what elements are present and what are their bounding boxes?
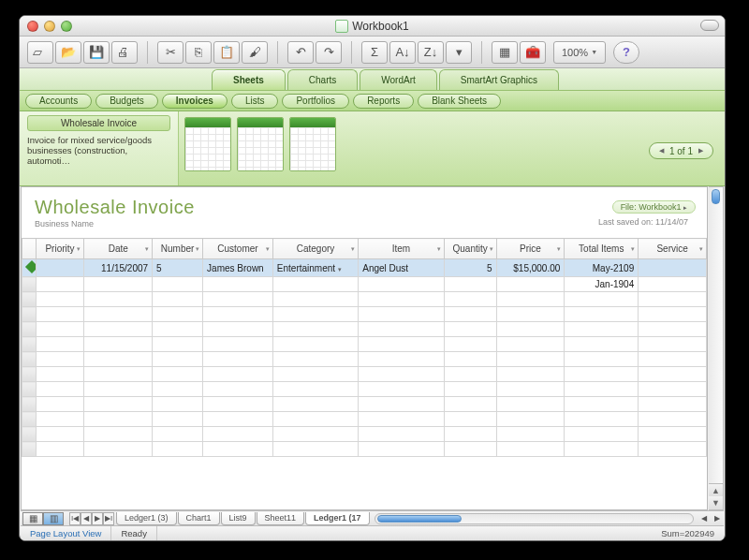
row-handle[interactable] bbox=[22, 307, 37, 322]
row-handle[interactable] bbox=[22, 382, 37, 397]
cell-category[interactable] bbox=[272, 442, 358, 457]
cell-category[interactable] bbox=[272, 322, 358, 337]
sheet-tab[interactable]: List9 bbox=[221, 512, 256, 525]
sort-asc-button[interactable]: A↓ bbox=[389, 41, 416, 64]
cell-price[interactable] bbox=[496, 427, 565, 442]
cell-priority[interactable] bbox=[36, 382, 84, 397]
cell-price[interactable] bbox=[496, 442, 565, 457]
subtab-accounts[interactable]: Accounts bbox=[25, 94, 92, 109]
col-priority[interactable]: Priority▾ bbox=[36, 239, 84, 259]
cell-item[interactable] bbox=[359, 277, 444, 292]
cell-service[interactable] bbox=[639, 337, 707, 352]
table-row[interactable]: 11/15/20075James BrownEntertainment ▾Ang… bbox=[22, 259, 707, 277]
copy-button[interactable]: ⎘ bbox=[185, 41, 212, 64]
col-number[interactable]: Number▾ bbox=[153, 239, 203, 259]
col-item[interactable]: Item▾ bbox=[359, 239, 444, 259]
cell-service[interactable] bbox=[639, 382, 707, 397]
cell-service[interactable] bbox=[639, 322, 707, 337]
cell-category[interactable] bbox=[272, 292, 358, 307]
scroll-up-button[interactable]: ▲ bbox=[709, 483, 723, 496]
scroll-down-button[interactable]: ▼ bbox=[709, 496, 723, 509]
cell-date[interactable] bbox=[84, 277, 153, 292]
cell-item[interactable] bbox=[359, 367, 444, 382]
cell-quantity[interactable] bbox=[444, 322, 496, 337]
close-button[interactable] bbox=[27, 21, 38, 32]
cell-service[interactable] bbox=[639, 412, 707, 427]
cell-customer[interactable] bbox=[203, 412, 273, 427]
ribbon-tab-smartart[interactable]: SmartArt Graphics bbox=[439, 69, 559, 90]
row-handle[interactable] bbox=[22, 292, 37, 307]
new-button[interactable]: ▱ bbox=[27, 41, 53, 64]
sheet-tab[interactable]: Sheet11 bbox=[257, 512, 305, 525]
sheet-tab[interactable]: Ledger1 (3) bbox=[116, 512, 177, 525]
undo-button[interactable]: ↶ bbox=[287, 41, 314, 64]
table-row[interactable]: Jan-1904 bbox=[22, 277, 707, 292]
cell-quantity[interactable] bbox=[444, 442, 496, 457]
cell-item[interactable]: Angel Dust bbox=[359, 259, 444, 277]
table-row[interactable] bbox=[22, 427, 707, 442]
col-customer[interactable]: Customer▾ bbox=[203, 239, 273, 259]
sheet-nav-last[interactable]: ▶I bbox=[103, 512, 114, 525]
cell-category[interactable] bbox=[272, 382, 358, 397]
col-quantity[interactable]: Quantity▾ bbox=[444, 239, 496, 259]
row-handle[interactable] bbox=[22, 427, 37, 442]
cell-item[interactable] bbox=[359, 322, 444, 337]
subtab-lists[interactable]: Lists bbox=[231, 94, 279, 109]
cell-total_items[interactable] bbox=[565, 352, 639, 367]
table-row[interactable] bbox=[22, 292, 707, 307]
cell-quantity[interactable] bbox=[444, 337, 496, 352]
cell-category[interactable] bbox=[272, 337, 358, 352]
cell-item[interactable] bbox=[359, 337, 444, 352]
cell-total_items[interactable] bbox=[565, 337, 639, 352]
col-category[interactable]: Category▾ bbox=[272, 239, 358, 259]
cell-customer[interactable] bbox=[203, 382, 273, 397]
table-row[interactable] bbox=[22, 352, 707, 367]
cell-date[interactable] bbox=[84, 367, 153, 382]
cell-date[interactable] bbox=[84, 322, 153, 337]
cell-quantity[interactable] bbox=[444, 397, 496, 412]
cell-category[interactable] bbox=[272, 367, 358, 382]
cell-number[interactable] bbox=[153, 367, 203, 382]
cell-customer[interactable] bbox=[203, 397, 273, 412]
help-button[interactable]: ? bbox=[613, 41, 639, 64]
save-button[interactable]: 💾 bbox=[83, 41, 110, 64]
cell-date[interactable] bbox=[84, 397, 153, 412]
cell-quantity[interactable] bbox=[444, 427, 496, 442]
cell-price[interactable] bbox=[496, 337, 565, 352]
autosum-button[interactable]: Σ bbox=[361, 41, 388, 64]
row-handle[interactable] bbox=[22, 367, 37, 382]
cell-item[interactable] bbox=[359, 352, 444, 367]
subtab-invoices[interactable]: Invoices bbox=[162, 94, 228, 109]
cell-price[interactable] bbox=[496, 322, 565, 337]
cell-customer[interactable] bbox=[203, 427, 273, 442]
cell-service[interactable] bbox=[639, 367, 707, 382]
col-price[interactable]: Price▾ bbox=[496, 239, 565, 259]
table-row[interactable] bbox=[22, 412, 707, 427]
cell-number[interactable] bbox=[153, 382, 203, 397]
ribbon-tab-sheets[interactable]: Sheets bbox=[212, 69, 286, 90]
scroll-right-button[interactable]: ▶ bbox=[711, 514, 724, 523]
cell-priority[interactable] bbox=[36, 367, 84, 382]
cell-customer[interactable] bbox=[203, 292, 273, 307]
sheet-tab[interactable]: Chart1 bbox=[178, 512, 220, 525]
cell-category[interactable] bbox=[272, 412, 358, 427]
gallery-toggle-button[interactable]: ▦ bbox=[492, 41, 518, 64]
format-painter-button[interactable]: 🖌 bbox=[242, 41, 268, 64]
cell-date[interactable] bbox=[84, 442, 153, 457]
subtab-reports[interactable]: Reports bbox=[353, 94, 414, 109]
template-thumb[interactable] bbox=[184, 117, 231, 171]
cell-number[interactable] bbox=[153, 397, 203, 412]
cell-total_items[interactable] bbox=[565, 397, 639, 412]
cell-number[interactable]: 5 bbox=[153, 259, 203, 277]
col-date[interactable]: Date▾ bbox=[84, 239, 153, 259]
table-row[interactable] bbox=[22, 367, 707, 382]
filter-button[interactable]: ▾ bbox=[446, 41, 472, 64]
sheet-nav-next[interactable]: ▶ bbox=[92, 512, 103, 525]
scroll-left-button[interactable]: ◀ bbox=[698, 514, 711, 523]
subtab-portfolios[interactable]: Portfolios bbox=[282, 94, 349, 109]
cell-date[interactable] bbox=[84, 337, 153, 352]
cell-customer[interactable] bbox=[203, 337, 273, 352]
cell-category[interactable] bbox=[272, 352, 358, 367]
template-thumb[interactable] bbox=[237, 117, 284, 171]
cut-button[interactable]: ✂ bbox=[157, 41, 184, 64]
